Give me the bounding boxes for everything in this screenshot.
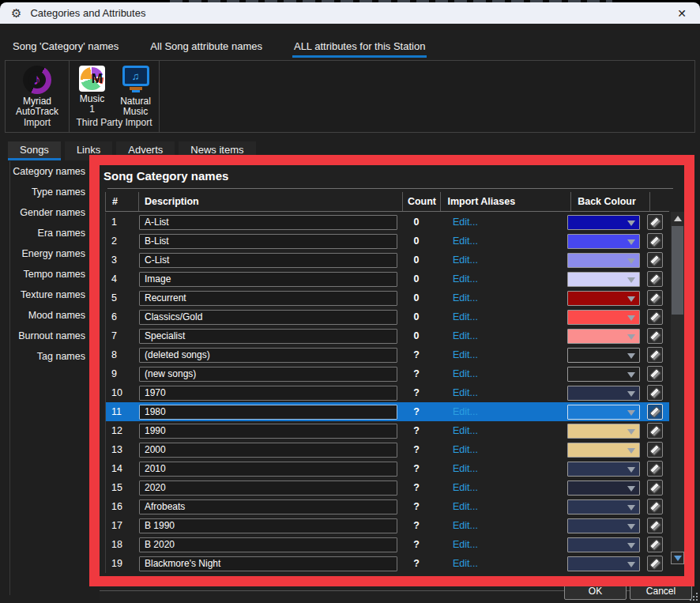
edit-link[interactable]: Edit... bbox=[453, 444, 478, 455]
description-input[interactable]: 2020 bbox=[139, 481, 397, 496]
sidebar-item-type-names[interactable]: Type names bbox=[0, 182, 92, 202]
sidebar-item-era-names[interactable]: Era names bbox=[0, 223, 92, 243]
ribbon-tab-all-attributes-for-station[interactable]: ALL attributes for this Station bbox=[292, 36, 427, 58]
cancel-button[interactable]: Cancel bbox=[630, 582, 692, 600]
resize-grip[interactable] bbox=[690, 593, 698, 601]
back-colour-dropdown[interactable] bbox=[567, 272, 640, 287]
description-input[interactable]: B 2020 bbox=[139, 537, 397, 552]
description-input[interactable]: B-List bbox=[139, 234, 397, 249]
subtab-adverts[interactable]: Adverts bbox=[116, 141, 175, 160]
edit-link[interactable]: Edit... bbox=[453, 539, 478, 550]
eraser-button[interactable] bbox=[647, 461, 663, 477]
description-input[interactable]: Recurrent bbox=[139, 291, 397, 306]
subtab-songs[interactable]: Songs bbox=[8, 141, 61, 160]
close-button[interactable]: ✕ bbox=[670, 4, 694, 22]
edit-link[interactable]: Edit... bbox=[453, 463, 478, 474]
eraser-button[interactable] bbox=[647, 290, 663, 306]
eraser-button[interactable] bbox=[647, 233, 663, 249]
natural-music-button[interactable]: ♫ Natural Music bbox=[114, 66, 158, 117]
edit-link[interactable]: Edit... bbox=[453, 387, 478, 398]
edit-link[interactable]: Edit... bbox=[453, 292, 478, 303]
eraser-button[interactable] bbox=[647, 385, 663, 401]
eraser-button[interactable] bbox=[647, 480, 663, 496]
back-colour-dropdown[interactable] bbox=[567, 405, 640, 420]
description-input[interactable]: Blackmore's Night bbox=[139, 556, 397, 571]
eraser-button[interactable] bbox=[647, 309, 663, 325]
back-colour-dropdown[interactable] bbox=[567, 234, 640, 249]
back-colour-dropdown[interactable] bbox=[567, 291, 640, 306]
description-input[interactable]: Image bbox=[139, 272, 397, 287]
subtab-links[interactable]: Links bbox=[65, 141, 112, 160]
eraser-button[interactable] bbox=[647, 271, 663, 287]
eraser-button[interactable] bbox=[647, 499, 663, 514]
back-colour-dropdown[interactable] bbox=[567, 499, 640, 514]
back-colour-dropdown[interactable] bbox=[567, 462, 640, 477]
eraser-button[interactable] bbox=[647, 518, 663, 533]
description-input[interactable]: B 1990 bbox=[139, 518, 397, 533]
edit-link[interactable]: Edit... bbox=[453, 254, 478, 266]
description-input[interactable]: Classics/Gold bbox=[139, 310, 397, 325]
description-input[interactable]: (deleted songs) bbox=[139, 348, 397, 363]
sidebar-item-gender-names[interactable]: Gender names bbox=[0, 202, 92, 223]
music1-button[interactable]: M Music 1 bbox=[71, 66, 114, 115]
scroll-up-button[interactable] bbox=[671, 212, 684, 224]
sidebar-item-tag-names[interactable]: Tag names bbox=[0, 346, 92, 367]
sidebar-item-mood-names[interactable]: Mood names bbox=[0, 305, 92, 326]
edit-link[interactable]: Edit... bbox=[453, 368, 478, 379]
eraser-button[interactable] bbox=[647, 214, 663, 230]
edit-link[interactable]: Edit... bbox=[453, 217, 478, 228]
description-input[interactable]: (new songs) bbox=[139, 367, 397, 382]
edit-link[interactable]: Edit... bbox=[453, 311, 478, 322]
eraser-button[interactable] bbox=[647, 442, 663, 458]
back-colour-dropdown[interactable] bbox=[567, 367, 640, 382]
ribbon-tab-song-category-names[interactable]: Song 'Category' names bbox=[11, 36, 120, 58]
eraser-button[interactable] bbox=[647, 556, 663, 571]
sidebar-item-tempo-names[interactable]: Tempo names bbox=[0, 264, 92, 285]
back-colour-dropdown[interactable] bbox=[567, 386, 640, 401]
eraser-button[interactable] bbox=[647, 423, 663, 439]
back-colour-dropdown[interactable] bbox=[567, 556, 640, 571]
back-colour-dropdown[interactable] bbox=[567, 537, 640, 552]
edit-link[interactable]: Edit... bbox=[453, 349, 478, 360]
description-input[interactable]: Specialist bbox=[139, 329, 397, 344]
myriad-autotrack-button[interactable]: ♪ Myriad AutoTrack bbox=[13, 66, 62, 117]
description-input[interactable]: 2000 bbox=[139, 443, 397, 458]
eraser-button[interactable] bbox=[647, 404, 663, 420]
description-input[interactable]: 1990 bbox=[139, 424, 397, 439]
vertical-scrollbar[interactable] bbox=[671, 212, 684, 564]
description-input[interactable]: Afrobeats bbox=[139, 499, 397, 514]
edit-link[interactable]: Edit... bbox=[453, 501, 478, 512]
edit-link[interactable]: Edit... bbox=[453, 406, 478, 417]
edit-link[interactable]: Edit... bbox=[453, 330, 478, 341]
eraser-button[interactable] bbox=[647, 347, 663, 363]
edit-link[interactable]: Edit... bbox=[453, 558, 478, 569]
eraser-button[interactable] bbox=[647, 366, 663, 382]
edit-link[interactable]: Edit... bbox=[453, 482, 478, 493]
edit-link[interactable]: Edit... bbox=[453, 236, 478, 247]
back-colour-dropdown[interactable] bbox=[567, 310, 640, 325]
back-colour-dropdown[interactable] bbox=[567, 253, 640, 268]
ok-button[interactable]: OK bbox=[564, 582, 627, 600]
sidebar-item-texture-names[interactable]: Texture names bbox=[0, 285, 92, 305]
back-colour-dropdown[interactable] bbox=[567, 348, 640, 363]
scroll-down-button[interactable] bbox=[671, 552, 684, 564]
eraser-button[interactable] bbox=[647, 252, 663, 268]
edit-link[interactable]: Edit... bbox=[453, 520, 478, 531]
eraser-button[interactable] bbox=[647, 328, 663, 344]
back-colour-dropdown[interactable] bbox=[567, 443, 640, 458]
edit-link[interactable]: Edit... bbox=[453, 425, 478, 436]
description-input[interactable]: C-List bbox=[139, 253, 397, 268]
description-input[interactable]: 1970 bbox=[139, 386, 397, 401]
back-colour-dropdown[interactable] bbox=[567, 481, 640, 496]
back-colour-dropdown[interactable] bbox=[567, 424, 640, 439]
back-colour-dropdown[interactable] bbox=[567, 329, 640, 344]
sidebar-item-burnout-names[interactable]: Burnout names bbox=[0, 326, 92, 346]
eraser-button[interactable] bbox=[647, 537, 663, 552]
scrollbar-thumb[interactable] bbox=[672, 226, 683, 315]
ribbon-tab-all-song-attribute-names[interactable]: All Song attribute names bbox=[149, 36, 264, 58]
edit-link[interactable]: Edit... bbox=[453, 273, 478, 285]
back-colour-dropdown[interactable] bbox=[567, 215, 640, 230]
back-colour-dropdown[interactable] bbox=[567, 518, 640, 533]
description-input[interactable]: A-List bbox=[139, 215, 397, 230]
sidebar-item-category-names[interactable]: Category names bbox=[0, 161, 92, 182]
